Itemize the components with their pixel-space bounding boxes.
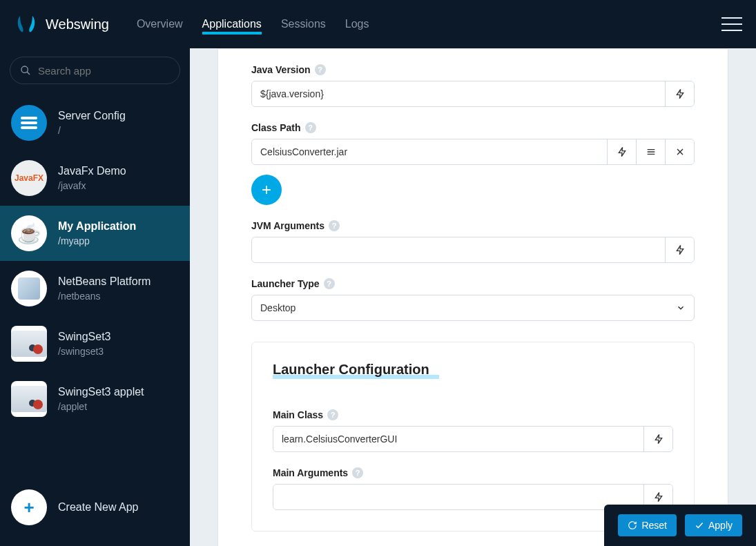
app-path: /swingset3 bbox=[58, 346, 111, 357]
app-name: NetBeans Platform bbox=[58, 275, 151, 288]
java-version-field: Java Version? bbox=[251, 64, 695, 107]
help-icon[interactable]: ? bbox=[324, 278, 335, 289]
app-path: /javafx bbox=[58, 180, 126, 191]
class-path-reorder-button[interactable] bbox=[636, 139, 665, 164]
search-box[interactable] bbox=[10, 57, 180, 84]
class-path-field: Class Path? + bbox=[251, 122, 695, 205]
footer-actions: Reset Apply bbox=[604, 505, 756, 546]
svg-line-1 bbox=[27, 72, 30, 75]
search-input[interactable] bbox=[38, 65, 170, 77]
java-icon: ☕ bbox=[17, 222, 41, 245]
launcher-configuration-card: Launcher Configuration Main Class? Main … bbox=[251, 342, 695, 532]
main-class-field: Main Class? bbox=[273, 409, 673, 452]
nav-sessions[interactable]: Sessions bbox=[281, 18, 326, 30]
plus-icon: + bbox=[262, 180, 271, 199]
refresh-icon bbox=[628, 520, 637, 530]
app-list: Server Config/ JavaFX JavaFx Demo/javafx… bbox=[0, 95, 190, 477]
menu-icon[interactable] bbox=[721, 17, 742, 31]
main-class-input[interactable] bbox=[273, 427, 643, 451]
class-path-input[interactable] bbox=[252, 139, 607, 164]
help-icon[interactable]: ? bbox=[315, 64, 326, 75]
javafx-icon: JavaFX bbox=[14, 173, 43, 183]
search-icon bbox=[20, 65, 31, 76]
close-icon bbox=[675, 146, 686, 157]
help-icon[interactable]: ? bbox=[329, 220, 340, 231]
plus-icon: + bbox=[23, 497, 34, 518]
help-icon[interactable]: ? bbox=[305, 122, 316, 133]
add-class-path-button[interactable]: + bbox=[251, 175, 282, 205]
main-arguments-label: Main Arguments bbox=[273, 467, 348, 478]
main-content: Java Version? Class Path? + JVM Argument… bbox=[190, 48, 756, 546]
launcher-type-select[interactable]: Desktop bbox=[251, 295, 695, 321]
app-path: /applet bbox=[58, 401, 144, 412]
app-path: /myapp bbox=[58, 235, 136, 246]
app-name: Server Config bbox=[58, 110, 126, 122]
lightning-icon bbox=[675, 244, 686, 255]
top-nav: Overview Applications Sessions Logs bbox=[137, 18, 369, 30]
app-name: My Application bbox=[58, 220, 136, 233]
swingset-icon bbox=[11, 331, 47, 357]
sidebar-item-swingset3-applet[interactable]: SwingSet3 applet/applet bbox=[0, 371, 190, 427]
config-panel: Java Version? Class Path? + JVM Argument… bbox=[217, 48, 728, 546]
jvm-arguments-input[interactable] bbox=[252, 237, 665, 262]
app-name: SwingSet3 bbox=[58, 331, 111, 343]
sidebar-item-netbeans[interactable]: NetBeans Platform/netbeans bbox=[0, 261, 190, 316]
apply-button[interactable]: Apply bbox=[685, 514, 742, 536]
brand-text: Webswing bbox=[46, 17, 109, 32]
lightning-icon bbox=[617, 146, 628, 157]
main-class-var-button[interactable] bbox=[643, 427, 672, 451]
server-icon bbox=[21, 117, 37, 129]
reset-button[interactable]: Reset bbox=[618, 514, 677, 536]
svg-point-0 bbox=[21, 66, 28, 72]
launcher-type-value: Desktop bbox=[260, 302, 676, 313]
lightning-icon bbox=[675, 88, 686, 99]
webswing-logo-icon bbox=[14, 12, 39, 37]
sidebar-item-swingset3[interactable]: SwingSet3/swingset3 bbox=[0, 316, 190, 371]
brand: Webswing bbox=[14, 12, 109, 37]
lines-icon bbox=[646, 146, 657, 157]
launcher-type-field: Launcher Type? Desktop bbox=[251, 278, 695, 321]
java-version-input[interactable] bbox=[252, 81, 665, 106]
header: Webswing Overview Applications Sessions … bbox=[0, 0, 756, 48]
chevron-down-icon bbox=[676, 303, 686, 313]
check-icon bbox=[695, 520, 704, 530]
nav-applications[interactable]: Applications bbox=[202, 18, 262, 30]
netbeans-icon bbox=[18, 277, 40, 300]
launcher-configuration-title: Launcher Configuration bbox=[273, 362, 429, 378]
help-icon[interactable]: ? bbox=[352, 467, 363, 478]
main-arguments-input[interactable] bbox=[273, 485, 643, 509]
sidebar-item-javafx-demo[interactable]: JavaFX JavaFx Demo/javafx bbox=[0, 150, 190, 206]
create-new-app-button[interactable]: + Create New App bbox=[0, 477, 190, 546]
lightning-icon bbox=[653, 433, 664, 445]
reset-label: Reset bbox=[641, 520, 667, 531]
class-path-remove-button[interactable] bbox=[665, 139, 694, 164]
app-name: JavaFx Demo bbox=[58, 165, 126, 177]
sidebar: Server Config/ JavaFX JavaFx Demo/javafx… bbox=[0, 48, 190, 546]
sidebar-item-server-config[interactable]: Server Config/ bbox=[0, 95, 190, 150]
apply-label: Apply bbox=[708, 520, 733, 531]
launcher-type-label: Launcher Type bbox=[251, 278, 320, 289]
class-path-label: Class Path bbox=[251, 122, 301, 133]
swingset-applet-icon bbox=[11, 386, 47, 412]
jvm-arguments-field: JVM Arguments? bbox=[251, 220, 695, 263]
lightning-icon bbox=[653, 491, 664, 503]
sidebar-item-my-application[interactable]: ☕ My Application/myapp bbox=[0, 206, 190, 261]
java-version-var-button[interactable] bbox=[665, 81, 694, 106]
main-class-label: Main Class bbox=[273, 409, 323, 420]
jvm-arguments-var-button[interactable] bbox=[665, 237, 694, 262]
java-version-label: Java Version bbox=[251, 64, 311, 75]
nav-overview[interactable]: Overview bbox=[137, 18, 183, 30]
class-path-var-button[interactable] bbox=[607, 139, 636, 164]
create-label: Create New App bbox=[58, 501, 139, 514]
main-arguments-field: Main Arguments? bbox=[273, 467, 673, 510]
app-name: SwingSet3 applet bbox=[58, 386, 144, 398]
help-icon[interactable]: ? bbox=[327, 409, 338, 420]
jvm-arguments-label: JVM Arguments bbox=[251, 220, 324, 231]
app-path: / bbox=[58, 125, 126, 136]
app-path: /netbeans bbox=[58, 291, 151, 302]
nav-logs[interactable]: Logs bbox=[345, 18, 369, 30]
